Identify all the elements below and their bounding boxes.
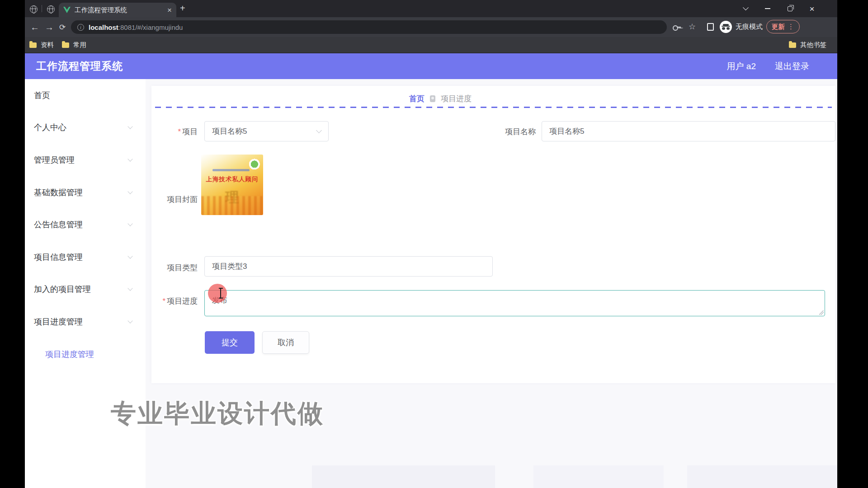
sidebar-item-home[interactable]: 首页 [25,79,146,112]
below-fold-block [687,465,837,488]
tab-divider [42,5,42,12]
window-chevron-icon[interactable] [742,5,749,12]
click-indicator [208,284,227,303]
chevron-down-icon [127,156,132,161]
active-tab[interactable]: 工作流程管理系统 × [59,3,176,17]
breadcrumb-separator-icon [430,95,435,102]
back-icon[interactable]: ← [30,17,39,37]
chevron-down-icon [127,253,132,258]
below-fold-block [533,465,664,488]
breadcrumb: 首页 项目进度 [409,93,472,104]
browser-window: 工作流程管理系统 × + × ← → ⟳ i localhost:8081/#/… [25,0,837,488]
tab-close-icon[interactable]: × [167,6,172,14]
chevron-down-icon [127,286,132,291]
project-name-input[interactable]: 项目名称5 [542,121,835,141]
globe-icon [47,5,55,13]
breadcrumb-current: 项目进度 [441,94,472,104]
progress-textarea[interactable]: 发布 [204,290,825,316]
folder-icon [29,42,37,48]
required-asterisk: * [178,127,181,136]
globe-icon [30,5,38,13]
bookmark-folder-cy[interactable]: 常用 [62,37,86,52]
project-name-label: 项目名称 [490,127,536,137]
dashed-divider [155,107,832,108]
sidebar-item-notice-mgmt[interactable]: 公告信息管理 [25,208,146,241]
below-fold-block [312,465,495,488]
project-cover-image[interactable]: 上海技术私人顾问 理 [201,155,263,215]
cover-label: 项目封面 [151,194,198,205]
menu-dots-icon[interactable]: ⋮ [788,23,794,31]
breadcrumb-home-link[interactable]: 首页 [409,94,425,104]
project-label: *项目 [151,127,198,137]
cover-image-text: 上海技术私人顾问 [201,175,263,183]
window-minimize-icon[interactable] [764,5,771,12]
chevron-down-icon [127,318,132,323]
sidebar-item-personal-center[interactable]: 个人中心 [25,112,146,144]
cancel-button[interactable]: 取消 [262,331,309,354]
bookmark-folder-zl[interactable]: 资料 [29,37,54,52]
chevron-down-icon [127,221,132,226]
tab-strip: 工作流程管理系统 × + × [25,0,837,17]
sidebar-item-admin-mgmt[interactable]: 管理员管理 [25,144,146,176]
tab-title: 工作流程管理系统 [75,6,163,14]
chevron-down-icon [316,127,322,133]
forward-icon[interactable]: → [45,17,54,37]
sidebar-item-project-progress-mgmt[interactable]: 项目进度管理 [25,305,146,338]
watermark-text: 专业毕业设计代做 [111,397,324,431]
project-type-input[interactable]: 项目类型3 [204,256,493,277]
new-tab-button[interactable]: + [180,4,185,13]
vue-favicon-icon [63,7,71,13]
project-type-label: 项目类型 [151,263,198,273]
required-asterisk: * [162,297,165,305]
window-restore-icon[interactable] [786,5,793,12]
sidebar-item-project-info-mgmt[interactable]: 项目信息管理 [25,241,146,273]
chrome-update-button[interactable]: 更新 ⋮ [766,20,800,33]
folder-icon [789,42,796,48]
chevron-down-icon [127,189,132,194]
password-key-icon[interactable] [673,23,681,31]
window-controls: × [742,0,816,17]
cover-skyline-decoration [201,196,263,215]
reload-icon[interactable]: ⟳ [59,17,66,37]
app-title: 工作流程管理系统 [36,59,123,73]
pinned-tab-2[interactable] [43,3,58,15]
folder-icon [62,42,69,48]
incognito-icon [720,21,732,33]
bookmark-star-icon[interactable]: ☆ [689,22,696,32]
incognito-label: 无痕模式 [736,23,763,31]
bookmarks-bar: 资料 常用 其他书签 [25,37,837,53]
address-bar[interactable]: i localhost:8081/#/xiangmujindu [71,20,667,34]
side-panel-icon[interactable] [707,23,714,31]
window-close-icon[interactable]: × [808,5,816,12]
progress-label: *项目进度 [151,296,198,306]
form-card: 首页 项目进度 *项目 项目名称5 项目名称 项目名称5 项目封面 上海技术私人… [151,86,835,383]
current-user: 用户 a2 [727,61,756,72]
letterbox-left [0,0,25,488]
sidebar-item-joined-project-mgmt[interactable]: 加入的项目管理 [25,273,146,306]
sidebar-item-base-data-mgmt[interactable]: 基础数据管理 [25,176,146,209]
submit-button[interactable]: 提交 [205,331,255,354]
logout-link[interactable]: 退出登录 [775,61,809,72]
url-text[interactable]: localhost:8081/#/xiangmujindu [89,23,183,31]
browser-toolbar: ← → ⟳ i localhost:8081/#/xiangmujindu ☆ … [25,17,837,37]
site-info-icon[interactable]: i [77,24,84,31]
project-select[interactable]: 项目名称5 [204,121,329,141]
chevron-down-icon [127,124,132,129]
other-bookmarks[interactable]: 其他书签 [789,37,826,52]
letterbox-right [837,0,868,488]
sidebar-subitem-project-progress-mgmt-active[interactable]: 项目进度管理 [25,338,146,371]
app-header: 工作流程管理系统 用户 a2 退出登录 [25,53,837,79]
pinned-tab-1[interactable] [26,3,41,15]
cover-decoration [212,169,250,171]
text-cursor-icon [220,288,221,299]
